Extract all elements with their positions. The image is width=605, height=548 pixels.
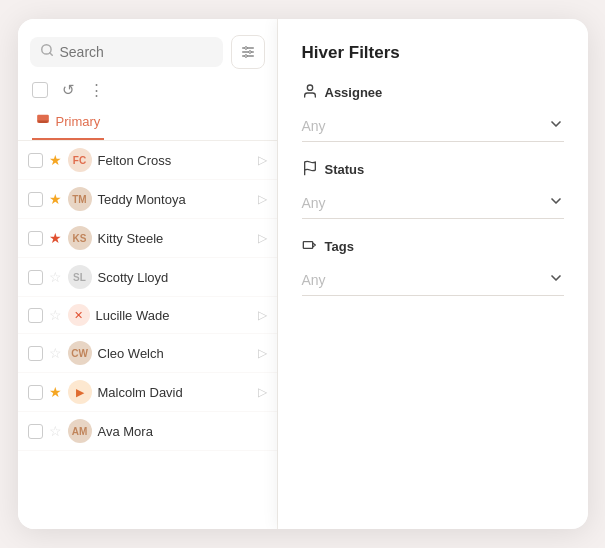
star-icon[interactable]: ★ (49, 230, 62, 246)
refresh-icon[interactable]: ↺ (62, 81, 75, 99)
select-all-checkbox[interactable] (32, 82, 48, 98)
star-icon[interactable]: ☆ (49, 423, 62, 439)
email-checkbox[interactable] (28, 270, 43, 285)
chevron-down-icon (548, 116, 564, 135)
email-checkbox[interactable] (28, 231, 43, 246)
filter-section-status: Status Any (302, 160, 564, 219)
main-window: ↺ ⋮ Primary ★ FC Felton Cross (18, 19, 588, 529)
status-icon: ✕ (68, 304, 90, 326)
assignee-value: Any (302, 118, 326, 134)
person-icon (302, 83, 318, 102)
star-icon[interactable]: ★ (49, 152, 62, 168)
tab-bar: Primary (18, 107, 277, 141)
forward-icon: ▷ (258, 231, 267, 245)
email-checkbox[interactable] (28, 192, 43, 207)
avatar: SL (68, 265, 92, 289)
email-name: Teddy Montoya (98, 192, 252, 207)
email-checkbox[interactable] (28, 153, 43, 168)
forward-icon: ▷ (258, 346, 267, 360)
email-list: ★ FC Felton Cross ▷ ★ TM Teddy Montoya ▷… (18, 141, 277, 529)
table-row[interactable]: ☆ SL Scotty Lloyd (18, 258, 277, 297)
svg-point-7 (244, 55, 247, 58)
star-icon[interactable]: ☆ (49, 345, 62, 361)
filter-label-tags: Tags (302, 237, 564, 256)
email-name: Kitty Steele (98, 231, 252, 246)
assignee-label: Assignee (325, 85, 383, 100)
email-checkbox[interactable] (28, 424, 43, 439)
flag-icon (302, 160, 318, 179)
filter-button[interactable] (231, 35, 265, 69)
filter-label-assignee: Assignee (302, 83, 564, 102)
tags-value: Any (302, 272, 326, 288)
email-name: Scotty Lloyd (98, 270, 267, 285)
chevron-down-icon (548, 193, 564, 212)
email-checkbox[interactable] (28, 346, 43, 361)
forward-icon: ▷ (258, 192, 267, 206)
star-icon[interactable]: ★ (49, 191, 62, 207)
forward-icon: ▷ (258, 308, 267, 322)
email-checkbox[interactable] (28, 308, 43, 323)
svg-rect-11 (303, 242, 312, 249)
search-icon (40, 43, 54, 61)
table-row[interactable]: ☆ CW Cleo Welch ▷ (18, 334, 277, 373)
email-panel: ↺ ⋮ Primary ★ FC Felton Cross (18, 19, 278, 529)
tag-icon (302, 237, 318, 256)
avatar: KS (68, 226, 92, 250)
search-bar (18, 19, 277, 77)
tab-primary[interactable]: Primary (32, 107, 105, 140)
toolbar: ↺ ⋮ (18, 77, 277, 103)
svg-point-6 (248, 51, 251, 54)
status-dropdown[interactable]: Any (302, 187, 564, 219)
table-row[interactable]: ★ ▶ Malcolm David ▷ (18, 373, 277, 412)
star-icon[interactable]: ☆ (49, 269, 62, 285)
email-name: Cleo Welch (98, 346, 252, 361)
email-name: Lucille Wade (96, 308, 252, 323)
avatar: AM (68, 419, 92, 443)
avatar: ▶ (68, 380, 92, 404)
status-value: Any (302, 195, 326, 211)
filters-title: Hiver Filters (302, 43, 564, 63)
search-input-wrap[interactable] (30, 37, 223, 67)
forward-icon: ▷ (258, 153, 267, 167)
star-icon[interactable]: ★ (49, 384, 62, 400)
email-name: Malcolm David (98, 385, 252, 400)
filter-section-assignee: Assignee Any (302, 83, 564, 142)
chevron-down-icon (548, 270, 564, 289)
email-name: Felton Cross (98, 153, 252, 168)
tags-dropdown[interactable]: Any (302, 264, 564, 296)
forward-icon: ▷ (258, 385, 267, 399)
filters-panel: Hiver Filters Assignee Any (278, 19, 588, 529)
status-label: Status (325, 162, 365, 177)
table-row[interactable]: ☆ ✕ Lucille Wade ▷ (18, 297, 277, 334)
assignee-dropdown[interactable]: Any (302, 110, 564, 142)
table-row[interactable]: ★ TM Teddy Montoya ▷ (18, 180, 277, 219)
avatar: TM (68, 187, 92, 211)
more-options-icon[interactable]: ⋮ (89, 81, 104, 99)
search-input[interactable] (60, 44, 213, 60)
table-row[interactable]: ★ FC Felton Cross ▷ (18, 141, 277, 180)
filter-label-status: Status (302, 160, 564, 179)
filter-section-tags: Tags Any (302, 237, 564, 296)
email-checkbox[interactable] (28, 385, 43, 400)
svg-point-5 (244, 47, 247, 50)
inbox-icon (36, 113, 50, 130)
table-row[interactable]: ☆ AM Ava Mora (18, 412, 277, 451)
svg-point-9 (307, 85, 312, 90)
tags-label: Tags (325, 239, 354, 254)
table-row[interactable]: ★ KS Kitty Steele ▷ (18, 219, 277, 258)
star-icon[interactable]: ☆ (49, 307, 62, 323)
avatar: CW (68, 341, 92, 365)
svg-line-1 (49, 53, 52, 56)
email-name: Ava Mora (98, 424, 267, 439)
avatar: FC (68, 148, 92, 172)
tab-primary-label: Primary (56, 114, 101, 129)
